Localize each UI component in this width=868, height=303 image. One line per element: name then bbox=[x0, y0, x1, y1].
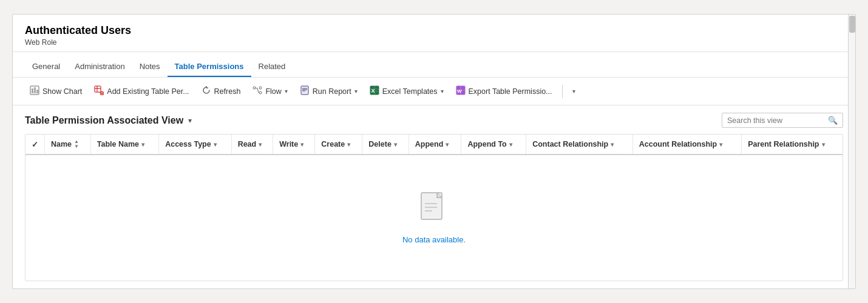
scrollbar-track[interactable] bbox=[848, 15, 855, 288]
append-chevron: ▾ bbox=[446, 141, 449, 148]
parent-relationship-chevron: ▾ bbox=[822, 141, 825, 148]
th-name[interactable]: Name ▲▼ bbox=[45, 135, 91, 155]
delete-chevron: ▾ bbox=[394, 141, 397, 148]
th-table-name[interactable]: Table Name ▾ bbox=[90, 135, 158, 155]
th-create[interactable]: Create ▾ bbox=[315, 135, 362, 155]
tab-administration[interactable]: Administration bbox=[67, 57, 132, 77]
access-type-chevron: ▾ bbox=[214, 141, 217, 148]
svg-rect-4 bbox=[95, 86, 101, 92]
account-relationship-chevron: ▾ bbox=[719, 141, 722, 148]
scrollbar-thumb[interactable] bbox=[849, 16, 855, 33]
content-area: Table Permission Associated View ▾ 🔍 ✓ bbox=[13, 105, 855, 288]
add-existing-label: Add Existing Table Per... bbox=[107, 87, 189, 96]
refresh-button[interactable]: Refresh bbox=[197, 82, 246, 100]
view-header: Table Permission Associated View ▾ 🔍 bbox=[25, 113, 843, 128]
th-write[interactable]: Write ▾ bbox=[273, 135, 315, 155]
view-selector-chevron[interactable]: ▾ bbox=[188, 116, 192, 125]
svg-rect-2 bbox=[34, 87, 36, 93]
data-table-wrapper: ✓ Name ▲▼ Table Name ▾ bbox=[25, 134, 843, 281]
overflow-button[interactable]: ▾ bbox=[568, 85, 580, 98]
table-header-row: ✓ Name ▲▼ Table Name ▾ bbox=[25, 135, 843, 155]
show-chart-label: Show Chart bbox=[42, 87, 82, 96]
flow-button[interactable]: Flow ▾ bbox=[248, 82, 292, 100]
svg-rect-1 bbox=[32, 88, 33, 93]
view-title-area: Table Permission Associated View ▾ bbox=[25, 115, 192, 126]
empty-state: No data available. bbox=[25, 155, 843, 281]
flow-label: Flow bbox=[265, 87, 281, 96]
data-table: ✓ Name ▲▼ Table Name ▾ bbox=[25, 135, 843, 155]
th-append[interactable]: Append ▾ bbox=[409, 135, 461, 155]
th-delete[interactable]: Delete ▾ bbox=[362, 135, 409, 155]
table-name-chevron: ▾ bbox=[141, 141, 144, 148]
main-container: Authenticated Users Web Role General Adm… bbox=[12, 14, 856, 289]
excel-icon: X bbox=[370, 85, 379, 97]
export-label: Export Table Permissio... bbox=[469, 87, 552, 96]
tab-general[interactable]: General bbox=[25, 57, 67, 77]
header-check-icon: ✓ bbox=[32, 140, 38, 149]
add-existing-button[interactable]: Add Existing Table Per... bbox=[89, 82, 194, 100]
toolbar-separator bbox=[562, 85, 563, 98]
write-chevron: ▾ bbox=[300, 141, 303, 148]
svg-rect-3 bbox=[36, 90, 38, 93]
svg-text:X: X bbox=[371, 88, 375, 94]
th-parent-relationship[interactable]: Parent Relationship ▾ bbox=[742, 135, 843, 155]
svg-point-12 bbox=[259, 92, 262, 94]
th-access-type[interactable]: Access Type ▾ bbox=[159, 135, 231, 155]
append-to-chevron: ▾ bbox=[509, 141, 512, 148]
svg-text:W: W bbox=[457, 88, 462, 94]
record-header: Authenticated Users Web Role bbox=[13, 15, 855, 52]
th-checkbox[interactable]: ✓ bbox=[25, 135, 45, 155]
th-account-relationship[interactable]: Account Relationship ▾ bbox=[632, 135, 741, 155]
empty-icon bbox=[419, 191, 449, 228]
search-input[interactable] bbox=[727, 116, 824, 125]
export-button[interactable]: W Export Table Permissio... bbox=[451, 82, 557, 100]
flow-icon bbox=[253, 85, 262, 97]
refresh-icon bbox=[202, 85, 211, 97]
overflow-chevron: ▾ bbox=[572, 88, 575, 95]
svg-point-10 bbox=[253, 87, 256, 89]
refresh-label: Refresh bbox=[214, 87, 241, 96]
contact-relationship-chevron: ▾ bbox=[611, 141, 614, 148]
tab-related[interactable]: Related bbox=[251, 57, 293, 77]
empty-text: No data available. bbox=[402, 235, 466, 244]
tab-notes[interactable]: Notes bbox=[132, 57, 168, 77]
excel-templates-button[interactable]: X Excel Templates ▾ bbox=[365, 82, 449, 100]
th-contact-relationship[interactable]: Contact Relationship ▾ bbox=[526, 135, 633, 155]
read-chevron: ▾ bbox=[259, 141, 262, 148]
search-icon: 🔍 bbox=[828, 116, 838, 125]
th-append-to[interactable]: Append To ▾ bbox=[461, 135, 526, 155]
run-report-label: Run Report bbox=[313, 87, 351, 96]
report-icon bbox=[300, 85, 310, 97]
excel-chevron: ▾ bbox=[441, 88, 444, 95]
export-icon: W bbox=[456, 85, 466, 97]
svg-point-11 bbox=[259, 87, 262, 89]
th-read[interactable]: Read ▾ bbox=[231, 135, 273, 155]
search-box: 🔍 bbox=[722, 113, 843, 128]
record-title: Authenticated Users bbox=[25, 24, 843, 37]
action-toolbar: Show Chart Add Existing Table Per... bbox=[13, 78, 855, 105]
create-chevron: ▾ bbox=[347, 141, 350, 148]
show-chart-button[interactable]: Show Chart bbox=[25, 82, 87, 100]
run-report-chevron: ▾ bbox=[354, 88, 358, 95]
excel-templates-label: Excel Templates bbox=[382, 87, 438, 96]
tab-table-permissions[interactable]: Table Permissions bbox=[168, 57, 251, 77]
record-subtitle: Web Role bbox=[25, 38, 843, 47]
add-table-icon bbox=[94, 85, 104, 97]
tab-bar: General Administration Notes Table Permi… bbox=[13, 52, 855, 78]
chart-icon bbox=[30, 85, 39, 97]
view-title: Table Permission Associated View bbox=[25, 115, 183, 126]
flow-chevron: ▾ bbox=[285, 88, 288, 95]
name-sort-icon: ▲▼ bbox=[74, 139, 79, 149]
run-report-button[interactable]: Run Report ▾ bbox=[295, 82, 362, 100]
svg-rect-13 bbox=[301, 86, 308, 95]
